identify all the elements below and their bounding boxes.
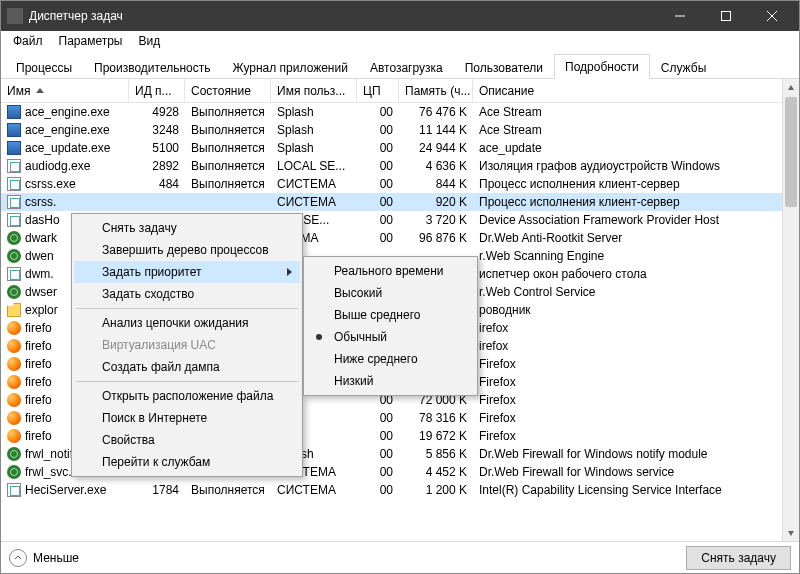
menubar: ФайлПараметрыВид <box>1 31 799 51</box>
cell-cpu: 00 <box>357 446 399 462</box>
context-item[interactable]: Задать приоритет <box>74 261 300 283</box>
tab-5[interactable]: Подробности <box>554 54 650 79</box>
tab-3[interactable]: Автозагрузка <box>359 55 454 79</box>
process-name: csrss.exe <box>25 177 76 191</box>
cell-description: r.Web Control Service <box>473 284 799 300</box>
tab-0[interactable]: Процессы <box>5 55 83 79</box>
cell-user: СИСТЕМА <box>271 176 357 192</box>
process-name: firefo <box>25 429 52 443</box>
priority-item[interactable]: Обычный <box>306 326 475 348</box>
process-icon <box>7 321 21 335</box>
context-item[interactable]: Открыть расположение файла <box>74 385 300 407</box>
col-name[interactable]: Имя <box>1 79 129 102</box>
process-icon <box>7 429 21 443</box>
table-row[interactable]: HeciServer.exe1784ВыполняетсяСИСТЕМА001 … <box>1 481 799 499</box>
cell-status: Выполняется <box>185 104 271 120</box>
tab-2[interactable]: Журнал приложений <box>222 55 359 79</box>
menu-Вид[interactable]: Вид <box>130 32 168 50</box>
context-item[interactable]: Создать файл дампа <box>74 356 300 378</box>
process-name: ace_update.exe <box>25 141 110 155</box>
end-task-button[interactable]: Снять задачу <box>686 546 791 570</box>
cell-description: Dr.Web Firewall for Windows notify modul… <box>473 446 799 462</box>
priority-item[interactable]: Выше среднего <box>306 304 475 326</box>
table-row[interactable]: audiodg.exe2892ВыполняетсяLOCAL SE...004… <box>1 157 799 175</box>
cell-description: irefox <box>473 320 799 336</box>
cell-memory: 78 316 K <box>399 410 473 426</box>
context-item[interactable]: Завершить дерево процессов <box>74 239 300 261</box>
priority-item[interactable]: Реального времени <box>306 260 475 282</box>
table-row[interactable]: ace_update.exe5100ВыполняетсяSplash0024 … <box>1 139 799 157</box>
process-name: firefo <box>25 375 52 389</box>
process-icon <box>7 447 21 461</box>
process-icon <box>7 249 21 263</box>
process-icon <box>7 213 21 227</box>
scroll-up-button[interactable] <box>783 79 799 96</box>
priority-item[interactable]: Низкий <box>306 370 475 392</box>
process-name: firefo <box>25 357 52 371</box>
cell-description: Firefox <box>473 392 799 408</box>
context-item[interactable]: Свойства <box>74 429 300 451</box>
tab-4[interactable]: Пользователи <box>454 55 554 79</box>
table-row[interactable]: csrss.exe484ВыполняетсяСИСТЕМА00844 KПро… <box>1 175 799 193</box>
cell-user: LOCAL SE... <box>271 158 357 174</box>
close-button[interactable] <box>749 1 795 31</box>
cell-pid <box>129 201 185 203</box>
col-user[interactable]: Имя польз... <box>271 79 357 102</box>
cell-cpu: 00 <box>357 158 399 174</box>
menu-Файл[interactable]: Файл <box>5 32 51 50</box>
tab-1[interactable]: Производительность <box>83 55 221 79</box>
cell-pid: 3248 <box>129 122 185 138</box>
menu-Параметры[interactable]: Параметры <box>51 32 131 50</box>
cell-description: Изоляция графов аудиоустройств Windows <box>473 158 799 174</box>
table-row[interactable]: csrss.СИСТЕМА00920 KПроцесс исполнения к… <box>1 193 799 211</box>
col-status[interactable]: Состояние <box>185 79 271 102</box>
cell-description: Процесс исполнения клиент-сервер <box>473 194 799 210</box>
process-icon <box>7 303 21 317</box>
cell-cpu: 00 <box>357 410 399 426</box>
cell-cpu: 00 <box>357 212 399 228</box>
process-name: ace_engine.exe <box>25 123 110 137</box>
cell-description: Ace Stream <box>473 122 799 138</box>
app-icon <box>7 8 23 24</box>
table-row[interactable]: ace_engine.exe3248ВыполняетсяSplash0011 … <box>1 121 799 139</box>
scroll-down-button[interactable] <box>783 524 799 541</box>
context-item[interactable]: Анализ цепочки ожидания <box>74 312 300 334</box>
submenu-arrow-icon <box>287 268 292 276</box>
priority-item[interactable]: Ниже среднего <box>306 348 475 370</box>
col-cpu[interactable]: ЦП <box>357 79 399 102</box>
context-item[interactable]: Снять задачу <box>74 217 300 239</box>
col-pid[interactable]: ИД п... <box>129 79 185 102</box>
titlebar: Диспетчер задач <box>1 1 799 31</box>
cell-user: СИСТЕМА <box>271 194 357 210</box>
process-name: dwser <box>25 285 57 299</box>
context-item[interactable]: Задать сходство <box>74 283 300 305</box>
table-row[interactable]: ace_engine.exe4928ВыполняетсяSplash0076 … <box>1 103 799 121</box>
process-icon <box>7 123 21 137</box>
cell-user: Splash <box>271 140 357 156</box>
priority-item[interactable]: Высокий <box>306 282 475 304</box>
context-menu: Снять задачуЗавершить дерево процессовЗа… <box>71 213 303 477</box>
cell-status <box>185 201 271 203</box>
cell-cpu: 00 <box>357 104 399 120</box>
context-item[interactable]: Перейти к службам <box>74 451 300 473</box>
minimize-button[interactable] <box>657 1 703 31</box>
cell-description: Intel(R) Capability Licensing Service In… <box>473 482 799 498</box>
maximize-button[interactable] <box>703 1 749 31</box>
cell-memory: 4 452 K <box>399 464 473 480</box>
cell-memory: 1 200 K <box>399 482 473 498</box>
process-name: dwen <box>25 249 54 263</box>
cell-pid: 4928 <box>129 104 185 120</box>
process-name: ace_engine.exe <box>25 105 110 119</box>
vertical-scrollbar[interactable] <box>782 79 799 541</box>
tab-6[interactable]: Службы <box>650 55 717 79</box>
cell-memory: 96 876 K <box>399 230 473 246</box>
cell-pid: 1784 <box>129 482 185 498</box>
fewer-details-button[interactable]: Меньше <box>9 549 79 567</box>
col-memory[interactable]: Память (ч... <box>399 79 473 102</box>
context-item[interactable]: Поиск в Интернете <box>74 407 300 429</box>
col-description[interactable]: Описание <box>473 79 799 102</box>
scrollbar-thumb[interactable] <box>785 97 797 207</box>
cell-memory: 19 672 K <box>399 428 473 444</box>
cell-description: r.Web Scanning Engine <box>473 248 799 264</box>
process-name: dasHo <box>25 213 60 227</box>
